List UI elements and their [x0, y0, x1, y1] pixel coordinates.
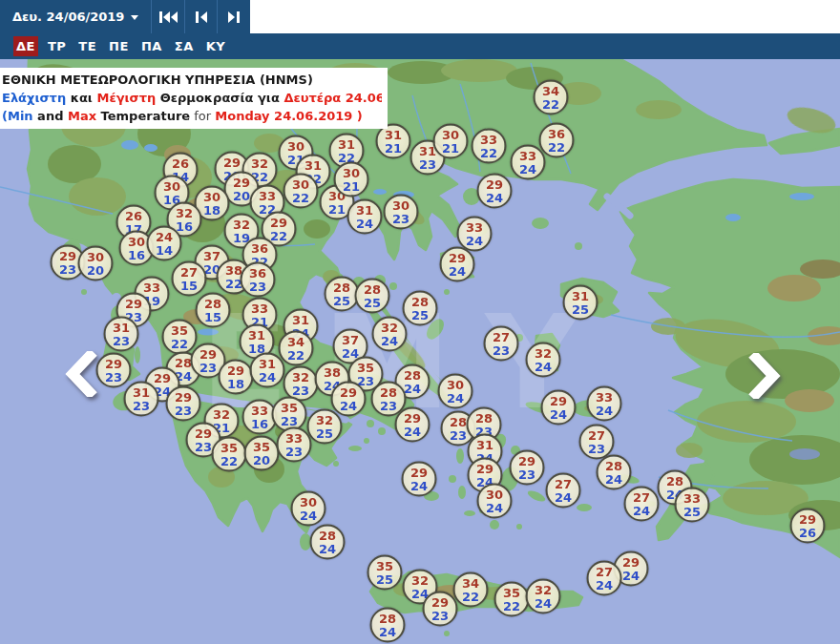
legend-line-2: Ελάχιστη και Μέγιστη Θερμοκρασία για Δευ… [2, 89, 382, 107]
temp-station: 2824 [597, 455, 632, 490]
legend-text-segment: Μέγιστη [96, 91, 156, 105]
temp-station: 2924 [331, 382, 367, 417]
temp-station: 3324 [587, 386, 622, 422]
date-label: Δευ. 24/06/2019 [12, 10, 124, 24]
toolbar: Δευ. 24/06/2019 [0, 0, 250, 33]
previous-day-button[interactable] [184, 0, 218, 33]
legend-line-3: (Min and Max Temperature for Monday 24.0… [2, 107, 382, 125]
temp-station: 3125 [563, 285, 598, 321]
temp-station: 2924 [440, 247, 475, 282]
temp-station: 2924 [402, 462, 437, 497]
temp-station: 2824 [310, 525, 346, 560]
temp-station: 3024 [438, 374, 473, 409]
temp-station: 3224 [526, 343, 561, 378]
temp-station: 3523 [272, 397, 307, 432]
temp-station: 2923 [423, 592, 458, 627]
legend-text-segment: Monday 24.06.2019 ) [215, 109, 363, 123]
temp-station: 2923 [96, 353, 132, 388]
day-tab-ΠΕ[interactable]: ΠΕ [106, 36, 132, 56]
legend-text-segment: and [33, 109, 68, 123]
temp-station: 3525 [368, 555, 403, 591]
day-tab-ΣΑ[interactable]: ΣΑ [172, 36, 197, 56]
temp-station: 2723 [579, 425, 615, 460]
dropdown-caret-icon [131, 15, 138, 20]
day-tab-ΤΕ[interactable]: ΤΕ [75, 36, 99, 56]
temp-station: 3522 [494, 582, 530, 617]
temp-station: 3324 [511, 145, 546, 180]
step-forward-icon [227, 10, 241, 24]
temp-station: 3325 [675, 488, 710, 523]
temp-station: 3622 [539, 123, 575, 158]
previous-map-arrow[interactable] [65, 351, 97, 397]
next-day-button[interactable] [217, 0, 250, 33]
temp-station: 3422 [453, 572, 489, 608]
temp-station: 2924 [477, 174, 513, 209]
temp-station: 2918 [219, 360, 254, 395]
temp-station: 2924 [395, 407, 430, 443]
temp-station: 3422 [534, 80, 569, 115]
temp-station: 2824 [370, 608, 406, 643]
temp-station: 3322 [472, 129, 507, 164]
weather-map: EMY ΕΘΝΙΚΗ ΜΕΤΕΩΡΟΛΟΓΙΚΗ ΥΠΗΡΕΣΙΑ (HNMS)… [0, 59, 840, 644]
skip-to-first-icon [158, 10, 178, 24]
temp-station: 3522 [212, 437, 247, 472]
temp-station: 3020 [78, 246, 114, 281]
legend-line-1: ΕΘΝΙΚΗ ΜΕΤΕΩΡΟΛΟΓΙΚΗ ΥΠΗΡΕΣΙΑ (HNMS) [2, 71, 382, 89]
temp-station: 3520 [244, 436, 280, 471]
legend-text-segment: (Min [2, 109, 33, 123]
temp-station: 2923 [166, 386, 201, 422]
temp-station: 3224 [372, 317, 408, 352]
temp-station: 3021 [433, 124, 469, 159]
temp-station: 3024 [291, 491, 326, 527]
temp-station: 3323 [277, 427, 312, 463]
temp-station: 3021 [334, 162, 369, 197]
temp-station: 3124 [347, 199, 383, 235]
temp-station: 3121 [376, 124, 411, 159]
temp-station: 2815 [196, 293, 231, 328]
map-legend: ΕΘΝΙΚΗ ΜΕΤΕΩΡΟΛΟΓΙΚΗ ΥΠΗΡΕΣΙΑ (HNMS) Ελά… [0, 68, 388, 129]
temp-station: 2924 [541, 390, 577, 426]
legend-text-segment: Max [68, 109, 96, 123]
weekday-tabs: ΔΕΤΡΤΕΠΕΠΑΣΑΚΥ [0, 33, 840, 59]
temp-station: 2825 [355, 279, 390, 314]
stations-layer: 2614292032223021312229203016301833223022… [0, 59, 840, 644]
temp-station: 3022 [284, 174, 319, 209]
step-back-icon [195, 10, 208, 24]
temp-station: 3623 [241, 262, 276, 298]
legend-text-segment: και [66, 91, 96, 105]
legend-text-segment: Δευτέρα 24.06.2019 [284, 91, 382, 105]
temp-station: 3522 [162, 320, 198, 355]
temp-station: 3124 [250, 353, 285, 388]
date-picker-button[interactable]: Δευ. 24/06/2019 [0, 0, 151, 33]
legend-text-segment: Θερμοκρασία για [156, 91, 284, 105]
temp-station: 2723 [484, 326, 519, 362]
day-tab-ΤΡ[interactable]: ΤΡ [45, 36, 69, 56]
temp-station: 2926 [790, 509, 826, 544]
temp-station: 2724 [587, 561, 622, 596]
temp-station: 3023 [384, 195, 419, 230]
temp-station: 2715 [172, 261, 207, 297]
day-tab-ΠΑ[interactable]: ΠΑ [138, 36, 165, 56]
temp-station: 2825 [403, 291, 438, 326]
day-tab-ΚΥ[interactable]: ΚΥ [203, 36, 229, 56]
first-day-button[interactable] [151, 0, 184, 33]
temp-station: 3123 [124, 382, 159, 417]
legend-text-segment: Ελάχιστη [2, 91, 66, 105]
temp-station: 3422 [279, 331, 314, 366]
next-map-arrow[interactable] [748, 353, 781, 399]
temp-station: 2414 [147, 226, 182, 261]
temp-station: 3024 [477, 484, 513, 519]
temp-station: 2724 [624, 487, 660, 522]
temp-station: 2724 [546, 473, 581, 509]
legend-text-segment: ΕΘΝΙΚΗ ΜΕΤΕΩΡΟΛΟΓΙΚΗ ΥΠΗΡΕΣΙΑ (HNMS) [2, 73, 313, 87]
day-tab-ΔΕ[interactable]: ΔΕ [13, 36, 38, 56]
legend-text-segment: for [190, 109, 215, 123]
temp-station: 2923 [510, 450, 545, 486]
legend-text-segment: Temperature [96, 109, 190, 123]
temp-station: 3123 [104, 317, 139, 352]
temp-station: 3324 [457, 217, 493, 252]
temp-station: 3224 [526, 579, 561, 614]
temp-station: 3225 [307, 409, 343, 445]
